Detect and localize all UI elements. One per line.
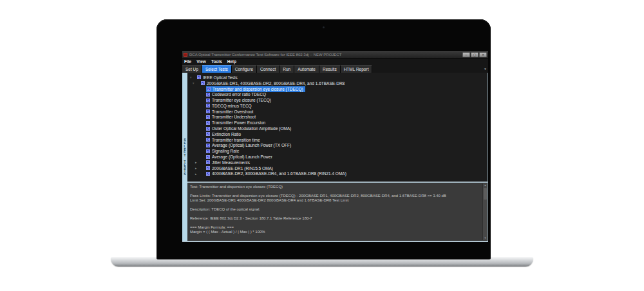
test-description-panel: Test: Transmitter and dispersion eye clo… (187, 183, 488, 241)
expand-arrow-icon[interactable]: ▸ (195, 160, 197, 165)
desc-pass-limits-line: Pass Limits: Transmitter and dispersion … (190, 194, 480, 198)
checkbox-checked[interactable]: ✓ (206, 132, 210, 136)
checkbox-checked[interactable]: ✓ (206, 166, 210, 170)
checkbox-checked[interactable]: ✓ (206, 138, 210, 142)
tree-item-label: Average (Optical) Launch Power (TX OFF) (212, 143, 291, 147)
tree-row[interactable]: ✓ Average (Optical) Launch Power (187, 154, 488, 160)
webcam-icon (323, 26, 325, 28)
tree-item-label: 400GBASE-DR2, 800GBASE-DR4, and 1.6TBASE… (212, 171, 346, 176)
tree-item-label: 200GBASE-DR1, 400GBASE-DR2, 800GBASE-DR4… (207, 81, 345, 86)
tab-set-up[interactable]: Set Up (182, 65, 202, 73)
checkbox-checked[interactable]: ✓ (206, 144, 210, 147)
tree-row[interactable]: ▸ ✓ 400GBASE-DR2, 800GBASE-DR4, and 1.6T… (187, 171, 488, 177)
test-tree: ▾ ✓ IEEE Optical Tests ▾ ✓ 200GBASE-DR1,… (187, 73, 488, 182)
tree-row[interactable]: ✓ Transmitter Overshoot (187, 109, 488, 115)
tree-row[interactable]: ✓ Outer Optical Modulation Amplitude (OM… (187, 126, 488, 131)
desc-margin-formula-line: Margin = ( ( Max - Actual ) / | Max | ) … (190, 230, 480, 234)
checkbox-checked[interactable]: ✓ (206, 104, 210, 108)
tree-row[interactable]: ▾ ✓ 200GBASE-DR1, 400GBASE-DR2, 800GBASE… (187, 80, 488, 86)
scroll-down-icon[interactable]: ▼ (483, 236, 488, 240)
menu-file[interactable]: File (184, 59, 191, 65)
desc-test-line: Test: Transmitter and dispersion eye clo… (190, 185, 480, 189)
desc-reference-line: Reference: IEEE 802.3dj D2.3 - Section 1… (190, 216, 480, 221)
tab-results[interactable]: Results (319, 65, 341, 73)
tree-row[interactable]: ✓ Average (Optical) Launch Power (TX OFF… (187, 143, 488, 149)
checkbox-checked[interactable]: ✓ (201, 81, 205, 85)
tree-item-label: Jitter Measurements (212, 160, 250, 165)
checkbox-checked[interactable]: ✓ (206, 172, 210, 176)
checkbox-checked[interactable]: ✓ (206, 115, 210, 119)
app-icon (184, 53, 187, 57)
tree-item-label: Codeword error ratio TDECQ (212, 92, 266, 97)
description-scrollbar[interactable]: ▲ ▼ (482, 183, 487, 240)
checkbox-checked[interactable]: ✓ (206, 121, 210, 125)
tree-row[interactable]: ✓ Codeword error ratio TDECQ (187, 91, 488, 97)
tree-item-label: Transmitter and dispersion eye closure (… (213, 87, 303, 91)
tree-item-label: Signaling Rate (212, 149, 239, 153)
tab-automate[interactable]: Automate (294, 65, 319, 73)
scrollbar-thumb[interactable] (484, 188, 487, 200)
checkbox-checked[interactable]: ✓ (206, 109, 210, 113)
checkbox-checked[interactable]: ✓ (206, 155, 210, 159)
tree-item-label: Average (Optical) Launch Power (212, 155, 272, 159)
selection-highlight: ✓ Transmitter and dispersion eye closure… (206, 86, 305, 92)
minimize-button[interactable]: – (462, 52, 470, 57)
tree-row-selected[interactable]: ✓ Transmitter and dispersion eye closure… (187, 86, 488, 92)
desc-blank-line (190, 212, 480, 216)
checkbox-checked[interactable]: ✓ (206, 99, 210, 102)
checkbox-checked[interactable]: ✓ (207, 87, 211, 91)
tab-overflow-button[interactable]: ▼ (484, 66, 487, 71)
desc-blank-line (190, 221, 480, 225)
window-title: DCA Optical Transmitter Conformance Test… (189, 53, 460, 57)
menu-help[interactable]: Help (227, 59, 236, 65)
tree-item-label: Transmitter Overshoot (212, 109, 253, 114)
tree-row[interactable]: ✓ Transmitter Power Excursion (187, 120, 488, 126)
collapse-arrow-icon[interactable]: ▾ (193, 80, 194, 86)
tab-bar: Set Up Select Tests Configure Connect Ru… (182, 65, 488, 73)
checkbox-checked[interactable]: ✓ (206, 160, 210, 164)
tree-row[interactable]: ▸ ✓ 200GBASE-DR1 (RIN15.5 OMA) (187, 165, 488, 171)
expand-arrow-icon[interactable]: ▸ (195, 165, 197, 171)
tree-row[interactable]: ✓ Transmitter transition time (187, 137, 488, 143)
tab-configure[interactable]: Configure (232, 65, 257, 73)
tree-item-label: Transmitter transition time (212, 138, 260, 142)
checkbox-checked[interactable]: ✓ (197, 75, 201, 79)
tree-row[interactable]: ✓ TDECQ minus TECQ (187, 103, 488, 109)
tree-row[interactable]: ▸ ✓ Jitter Measurements (187, 160, 488, 165)
content-area: SELECT TESTS ▾ ✓ IEEE Optical Tests ▾ ✓ (182, 73, 488, 241)
menu-tools[interactable]: Tools (211, 59, 222, 65)
desc-description-line: Description: TDECQ of the optical signal… (190, 207, 480, 212)
checkbox-checked[interactable]: ✓ (206, 149, 210, 153)
tree-item-label: Transmitter eye closure (TECQ) (212, 98, 271, 102)
expand-arrow-icon[interactable]: ▸ (195, 171, 197, 176)
maximize-button[interactable]: ▢ (471, 52, 478, 57)
laptop-screen: DCA Optical Transmitter Conformance Test… (156, 19, 491, 259)
app-window: DCA Optical Transmitter Conformance Test… (182, 51, 488, 242)
desc-blank-line (190, 189, 480, 194)
tab-connect[interactable]: Connect (257, 65, 279, 73)
collapse-arrow-icon[interactable]: ▾ (190, 75, 192, 80)
tab-html-report[interactable]: HTML Report (341, 65, 373, 73)
tree-item-label: 200GBASE-DR1 (RIN15.5 OMA) (212, 166, 273, 171)
tree-item-label: Extinction Ratio (212, 132, 241, 136)
tree-row[interactable]: ▾ ✓ IEEE Optical Tests (187, 75, 488, 80)
menu-bar: File View Tools Help (182, 59, 488, 65)
tree-row[interactable]: ✓ Signaling Rate (187, 148, 488, 154)
title-bar: DCA Optical Transmitter Conformance Test… (182, 51, 488, 59)
scroll-up-icon[interactable]: ▲ (483, 183, 488, 187)
tree-item-label: IEEE Optical Tests (203, 75, 238, 80)
tab-run[interactable]: Run (279, 65, 294, 73)
checkbox-checked[interactable]: ✓ (206, 127, 210, 131)
tree-row[interactable]: ✓ Transmitter eye closure (TECQ) (187, 97, 488, 103)
close-button[interactable]: ✕ (479, 52, 487, 57)
window-controls: – ▢ ✕ (462, 52, 487, 57)
tree-item-label: Outer Optical Modulation Amplitude (OMA) (212, 126, 291, 131)
select-tests-side-strip: SELECT TESTS (182, 73, 187, 241)
checkbox-checked[interactable]: ✓ (206, 93, 210, 97)
tree-item-label: TDECQ minus TECQ (212, 104, 252, 108)
tree-row[interactable]: ✓ Transmitter Undershoot (187, 115, 488, 120)
tab-select-tests[interactable]: Select Tests (202, 65, 232, 73)
main-panel: ▾ ✓ IEEE Optical Tests ▾ ✓ 200GBASE-DR1,… (187, 73, 488, 241)
tree-row[interactable]: ✓ Extinction Ratio (187, 131, 488, 137)
menu-view[interactable]: View (196, 59, 206, 65)
